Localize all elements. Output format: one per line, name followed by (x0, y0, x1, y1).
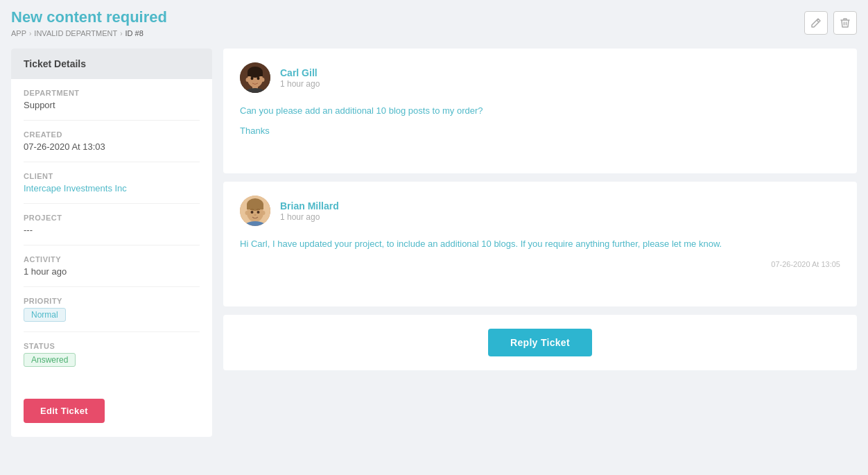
svg-point-6 (251, 77, 254, 80)
edit-ticket-button[interactable]: Edit Ticket (24, 399, 105, 423)
detail-client: CLIENT Intercape Investments Inc (24, 162, 200, 204)
delete-icon-button[interactable] (833, 11, 857, 35)
svg-rect-13 (247, 205, 263, 209)
client-value[interactable]: Intercape Investments Inc (24, 183, 200, 193)
ticket-sidebar: Ticket Details DEPARTMENT Support CREATE… (11, 49, 212, 437)
page-header: New content required APP › INVALID DEPAR… (11, 8, 857, 37)
sidebar-body: DEPARTMENT Support CREATED 07-26-2020 At… (11, 79, 212, 377)
avatar-carl (240, 62, 270, 93)
message-card-brian: Brian Millard 1 hour ago Hi Carl, I have… (223, 182, 857, 306)
activity-label: ACTIVITY (24, 255, 200, 264)
avatar-brian (240, 196, 270, 226)
detail-created: CREATED 07-26-2020 At 13:03 (24, 121, 200, 162)
page-wrapper: New content required APP › INVALID DEPAR… (0, 0, 868, 475)
created-label: CREATED (24, 130, 200, 139)
breadcrumb-id: ID #8 (125, 29, 144, 37)
carl-sender-name: Carl Gill (280, 67, 320, 78)
main-content: Carl Gill 1 hour ago Can you please add … (223, 49, 857, 370)
message-header-brian: Brian Millard 1 hour ago (240, 196, 840, 226)
sidebar-heading: Ticket Details (11, 49, 212, 79)
project-value: --- (24, 225, 200, 235)
client-label: CLIENT (24, 172, 200, 180)
carl-message-time: 1 hour ago (280, 79, 320, 89)
status-badge: Answered (24, 353, 76, 367)
svg-rect-3 (248, 72, 263, 76)
priority-badge: Normal (24, 308, 66, 322)
svg-point-14 (245, 211, 249, 215)
header-actions (804, 11, 857, 35)
detail-project: PROJECT --- (24, 204, 200, 245)
dept-label: DEPARTMENT (24, 89, 200, 97)
brian-message-footer: 07-26-2020 At 13:05 (240, 260, 840, 268)
activity-value: 1 hour ago (24, 266, 200, 277)
carl-message-line1: Can you please add an additional 10 blog… (240, 104, 840, 119)
header-left: New content required APP › INVALID DEPAR… (11, 8, 167, 37)
brian-meta: Brian Millard 1 hour ago (280, 200, 339, 222)
dept-value: Support (24, 100, 200, 110)
breadcrumb-sep1: › (29, 30, 31, 37)
message-header-carl: Carl Gill 1 hour ago (240, 62, 840, 93)
brian-sender-name: Brian Millard (280, 200, 339, 211)
page-title: New content required (11, 8, 167, 26)
pencil-icon (810, 17, 822, 28)
carl-message-body: Can you please add an additional 10 blog… (240, 104, 840, 139)
project-label: PROJECT (24, 214, 200, 222)
trash-icon (840, 17, 851, 28)
detail-priority: PRIORITY Normal (24, 287, 200, 332)
reply-ticket-button[interactable]: Reply Ticket (488, 329, 592, 356)
svg-point-4 (246, 78, 250, 82)
edit-icon-button[interactable] (804, 11, 828, 35)
svg-point-17 (257, 211, 260, 214)
svg-point-5 (261, 78, 265, 82)
detail-status: STATUS Answered (24, 332, 200, 377)
message-card-carl: Carl Gill 1 hour ago Can you please add … (223, 49, 857, 173)
breadcrumb-sep2: › (120, 30, 122, 37)
svg-point-18 (254, 214, 257, 216)
brian-message-line1: Hi Carl, I have updated your project, to… (240, 237, 840, 252)
detail-activity: ACTIVITY 1 hour ago (24, 245, 200, 287)
breadcrumb-app: APP (11, 29, 26, 37)
priority-label: PRIORITY (24, 297, 200, 305)
reply-area: Reply Ticket (223, 315, 857, 370)
detail-department: DEPARTMENT Support (24, 79, 200, 121)
brian-message-body: Hi Carl, I have updated your project, to… (240, 237, 840, 252)
created-value: 07-26-2020 At 13:03 (24, 141, 200, 152)
brian-timestamp: 07-26-2020 At 13:05 (771, 260, 840, 268)
breadcrumb: APP › INVALID DEPARTMENT › ID #8 (11, 29, 167, 37)
carl-message-line2: Thanks (240, 124, 840, 139)
brian-face-svg (240, 196, 270, 226)
svg-point-15 (262, 211, 266, 215)
carl-face-svg (240, 62, 270, 93)
svg-point-16 (251, 211, 254, 214)
status-label: STATUS (24, 342, 200, 350)
carl-meta: Carl Gill 1 hour ago (280, 67, 320, 89)
breadcrumb-department: INVALID DEPARTMENT (34, 29, 117, 37)
brian-message-time: 1 hour ago (280, 212, 339, 222)
content-layout: Ticket Details DEPARTMENT Support CREATE… (11, 49, 857, 437)
svg-point-7 (257, 77, 260, 80)
